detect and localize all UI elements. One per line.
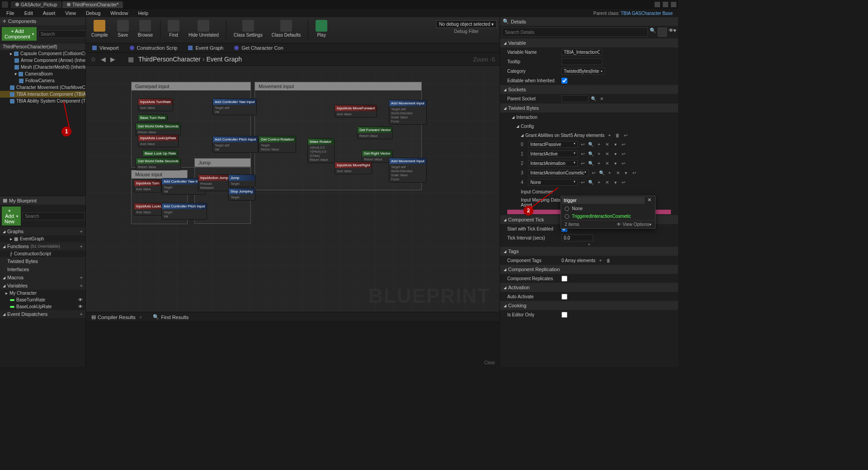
section-interfaces[interactable]: Interfaces [0,265,85,273]
minimize-icon[interactable] [655,2,660,7]
menu-view[interactable]: View [61,10,80,16]
breadcrumb[interactable]: ThirdPersonCharacter›Event Graph [138,56,242,63]
menu-edit[interactable]: Edit [20,10,38,16]
tab-viewport[interactable]: Viewport [88,43,123,52]
comment-title[interactable]: Mouse input [132,170,187,179]
comment-title[interactable]: Gamepad input [132,82,250,90]
tab-thirdperson[interactable]: ThirdPersonCharacter* [62,1,123,8]
graph-node[interactable]: Add Controller Pitch InputTarget selfVal [212,136,258,153]
tree-item-cameraboom[interactable]: ▾CameraBoom [0,70,85,77]
cat-twistedbytes[interactable]: ◢Twisted Bytes [500,103,678,113]
section-graphs[interactable]: ◢Graphs+ [0,227,85,235]
tree-item-charmove[interactable]: Character Movement (CharMoveCom [0,84,85,91]
browse-icon[interactable]: 🔍 [588,160,594,167]
graph-node[interactable]: Add Movement InputTarget selfWorld Direc… [389,158,427,183]
section-eventdispatchers[interactable]: ◢Event Dispatchers+ [0,310,85,318]
browse-icon[interactable]: 🔍 [588,179,594,186]
class-settings-button[interactable]: Class Settings [231,19,265,39]
graph-node[interactable]: Get Right VectorReturn Value [362,150,393,163]
replicates-checkbox[interactable] [561,276,567,282]
graph-node[interactable]: Stop JumpingTarget [228,188,255,201]
add-icon[interactable]: + [596,179,602,186]
eye-icon[interactable]: 👁 [78,304,83,309]
tree-item-followcamera[interactable]: FollowCamera [0,77,85,84]
remove-icon[interactable]: ✕ [604,141,610,148]
graph-node[interactable]: InputAxis TurnAxis Value [134,180,161,193]
add-icon[interactable]: + [596,141,602,148]
duplicate-icon[interactable]: ▾ [612,179,618,186]
tab-find-results[interactable]: 🔍Find Results [147,312,194,322]
add-icon[interactable]: + [596,160,602,167]
search-icon[interactable]: 🔍 [590,96,597,102]
remove-icon[interactable]: ✕ [604,151,610,157]
graph-node[interactable]: Base Turn Rate [138,114,168,121]
parent-socket-input[interactable] [561,95,589,102]
cat-activation[interactable]: ◢Activation [500,283,678,292]
variable-name-input[interactable] [561,49,602,56]
menu-window[interactable]: Window [106,10,132,16]
graph-node[interactable]: InputAxis MoveForwardAxis Value [335,105,377,118]
tree-item-self[interactable]: ThirdPersonCharacter(self) [0,43,85,50]
play-button[interactable]: Play [313,19,330,39]
clear-search-icon[interactable]: ✕ [645,197,654,204]
popup-option-none[interactable]: None [561,205,655,212]
search-icon[interactable]: 🔍 [650,28,656,37]
menu-help[interactable]: Help [133,10,153,16]
graph-node[interactable]: Get World Delta SecondsReturn Value [136,158,181,170]
favorite-icon[interactable]: ☆ [90,56,96,63]
myblueprint-search-input[interactable] [23,212,85,220]
tree-item-tbia-interaction[interactable]: TBIA Interaction Component (TBIA_ [0,91,85,98]
graph-node[interactable]: Add Movement InputTarget selfWorld Direc… [389,100,427,125]
reset-icon[interactable]: ↩ [580,179,586,186]
category-combo[interactable]: TwistedBytes|Inte [561,68,605,75]
graph-canvas[interactable]: BLUEPRINT Gamepad inputMovement inputMou… [86,66,500,312]
browse-icon[interactable]: 🔍 [588,141,594,148]
class-defaults-button[interactable]: Class Defaults [269,19,303,39]
remove-icon[interactable]: ✕ [604,179,610,186]
graph-node[interactable]: Base Look Up Rate [142,150,178,157]
graph-node[interactable]: Make RotatorX(Roll) 0.0Y(Pitch) 0.0Z(Yaw… [307,138,335,163]
section-functions[interactable]: ◢Functions (51 Overridable)+ [0,242,85,250]
maximize-icon[interactable] [663,2,668,7]
popup-option-triggered[interactable]: TriggeredInteractionCosmetic [561,212,655,220]
duplicate-icon[interactable]: ▾ [612,151,618,157]
details-search-input[interactable] [502,28,648,37]
browse-icon[interactable]: 🔍 [588,151,594,157]
clear-button[interactable]: Clear [484,360,495,365]
reset-default-icon[interactable]: ↩ [620,160,627,167]
parent-class-link[interactable]: TBIA GASCharacter Base [621,11,673,16]
reset-icon[interactable]: ↩ [623,132,629,138]
add-tag-icon[interactable]: + [597,257,604,263]
graph-node[interactable]: Get Forward VectorReturn Value [357,127,393,139]
eye-icon[interactable]: 👁▾ [669,28,676,37]
graph-node[interactable]: Add Controller Yaw InputTarget selfVal [212,99,257,115]
duplicate-icon[interactable]: ▾ [612,160,618,167]
clear-icon[interactable]: ✕ [599,96,605,102]
reset-icon[interactable]: ↩ [580,160,586,167]
editoronly-checkbox[interactable] [561,312,567,318]
remove-icon[interactable]: ✕ [615,170,621,176]
add-dispatcher-button[interactable]: + [80,311,83,317]
reset-icon[interactable]: ↩ [590,170,597,176]
find-button[interactable]: Find [165,19,182,39]
graph-node[interactable]: Get Control RotationTargetReturn Value [259,136,296,153]
reset-default-icon[interactable]: ↩ [620,151,627,157]
item-constructionscript[interactable]: ⨍ConstructionScript [0,250,85,257]
view-options-button[interactable]: 👁 View Options▾ [617,222,651,227]
menu-asset[interactable]: Asset [38,10,60,16]
add-variable-button[interactable]: + [80,283,83,288]
comment-title[interactable]: Movement input [255,82,421,90]
item-baselookuprate[interactable]: BaseLookUpRate👁 [0,303,85,310]
reset-default-icon[interactable]: ↩ [620,179,627,186]
add-function-button[interactable]: + [80,244,83,249]
tooltip-input[interactable] [561,58,602,65]
add-component-button[interactable]: + Add Component [2,27,37,41]
add-graph-button[interactable]: + [80,229,83,234]
menu-file[interactable]: File [2,10,19,16]
graph-node[interactable]: Add Controller Pitch InputTargetVal [161,203,207,220]
section-twistedbytes[interactable]: Twisted Bytes [0,257,85,265]
ability-combo[interactable]: InteractAnimation [528,160,578,167]
tree-item-arrow[interactable]: Arrow Component (Arrow) (Inherit [0,57,85,64]
tree-item-capsule[interactable]: ▸Capsule Component (CollisionCylin [0,50,85,57]
reset-icon[interactable]: ↩ [580,151,586,157]
